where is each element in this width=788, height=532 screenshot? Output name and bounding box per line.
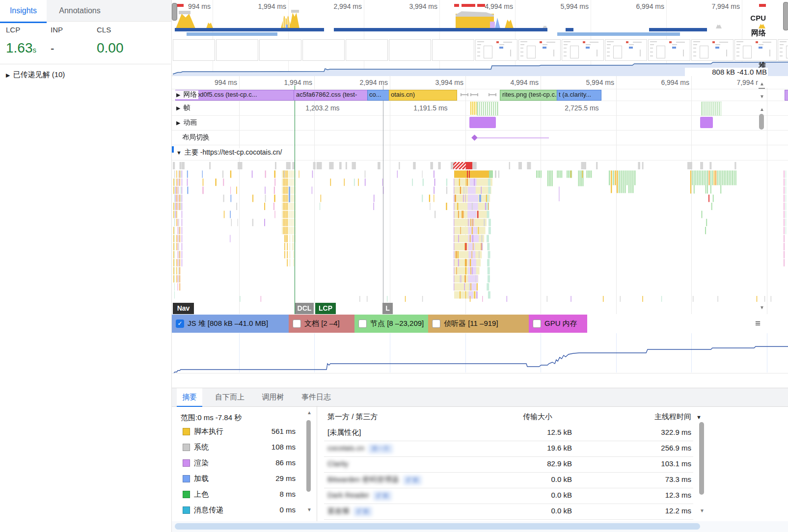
entity-badge: 第一方 [368, 444, 393, 453]
cpu-activity-canvas [172, 4, 788, 28]
hscroll-thumb[interactable] [175, 523, 700, 530]
timeline-marker-dcl[interactable]: DCL [295, 303, 314, 314]
expand-icon: ▶ [6, 72, 10, 78]
table-row[interactable]: Clarity82.9 kB103.1 ms [324, 456, 693, 473]
network-request-bar[interactable]: ac5fa67862.css (test- [294, 90, 370, 101]
filmstrip-thumbnail[interactable] [173, 39, 215, 61]
tab-annotations[interactable]: Annotations [47, 0, 113, 22]
category-value: 0 ms [251, 505, 296, 514]
bottom-tab-bottom-up[interactable]: 自下而上 [211, 388, 248, 406]
main-thread-time-value: 73.3 ms [632, 475, 691, 483]
table-row[interactable]: [未属性化]12.5 kB322.9 ms [324, 425, 693, 441]
table-vscroll-thumb[interactable] [699, 422, 704, 495]
filmstrip-thumbnail[interactable] [389, 39, 431, 61]
network-request-bar[interactable]: co... [367, 90, 391, 101]
track-label-frames[interactable]: ▶帧 [175, 104, 191, 112]
counter-label: 文档 [2 –4] [304, 319, 340, 328]
delivered-insights-toggle[interactable]: ▶已传递见解 (10) [6, 70, 65, 80]
animation-block[interactable] [469, 117, 496, 128]
table-row[interactable]: cocotais.cn第一方19.6 kB256.9 ms [324, 441, 693, 457]
filmstrip-thumbnail[interactable] [432, 39, 474, 61]
table-row[interactable]: 篡改猴扩展0.0 kB12.2 ms [324, 504, 693, 520]
table-row[interactable]: Bitwarden 密码管理器扩展0.0 kB73.3 ms [324, 472, 693, 488]
minimap-right-handle[interactable] [783, 2, 788, 30]
checkbox-icon[interactable] [293, 319, 301, 328]
summary-scroll-down-icon[interactable]: ▼ [307, 507, 312, 512]
summary-scroll-up-icon[interactable]: ▲ [307, 410, 312, 415]
category-label: 加载 [194, 474, 209, 483]
network-request-bar[interactable] [785, 90, 788, 101]
filmstrip-thumbnail[interactable] [475, 39, 517, 61]
counter-toggle-3[interactable]: 侦听器 [11 –919] [428, 315, 529, 333]
expand-icon: ▶ [176, 92, 180, 98]
track-label-animations[interactable]: ▶动画 [175, 118, 198, 127]
overview-network-bar-light [187, 32, 277, 36]
filmstrip-thumbnail[interactable] [605, 39, 647, 61]
bottom-tab-summary[interactable]: 摘要 [177, 388, 202, 407]
entity-name-text: [未属性化] [327, 428, 361, 436]
expand-icon: ▶ [176, 105, 180, 111]
main-thread-time-value: 12.2 ms [632, 506, 691, 515]
track-label-layout-shifts[interactable]: 布局切换 [181, 133, 211, 142]
network-request-bar[interactable]: otais.cn) [389, 90, 457, 101]
scroll-up-icon[interactable]: ▲ [760, 107, 764, 112]
counter-toggle-4[interactable]: GPU 内存 [529, 315, 587, 333]
bottom-panel-divider [317, 406, 317, 521]
counter-label: JS 堆 [808 kB –41.0 MB] [188, 319, 268, 328]
main-track-name: 主要 -https://test-cp.cocotais.cn/ [185, 148, 282, 156]
filmstrip-thumbnail[interactable] [216, 39, 258, 61]
timeline-marker-nav[interactable]: Nav [173, 303, 194, 314]
counter-label: 侦听器 [11 –919] [444, 319, 498, 328]
filmstrip-thumbnail[interactable] [302, 39, 345, 61]
animation-block[interactable] [700, 117, 713, 128]
entity-name-text: Bitwarden 密码管理器 [327, 475, 399, 483]
counters-menu-icon[interactable]: ≡ [755, 318, 761, 329]
sort-desc-icon[interactable]: ▼ [696, 415, 702, 420]
table-scroll-down-icon[interactable]: ▼ [700, 508, 705, 513]
frame-duration-label: 1,191.5 ms [396, 104, 465, 112]
scroll-down-icon[interactable]: ▼ [760, 94, 764, 99]
filmstrip-thumbnail[interactable] [259, 39, 301, 61]
bottom-tab-event-log[interactable]: 事件日志 [298, 388, 335, 406]
metric-label-lcp: LCP [6, 26, 20, 34]
network-request-bar[interactable]: t (a.clarity... [557, 90, 601, 101]
counter-toggle-2[interactable]: 节点 [8 –23,209] [354, 315, 428, 333]
scroll-bottom-icon[interactable]: ▼ [760, 305, 764, 310]
bottom-tab-bar: 摘要自下而上调用树事件日志 [172, 388, 788, 407]
network-lane-label: 网络 [722, 28, 766, 38]
checkbox-icon[interactable] [358, 319, 367, 328]
summary-vscroll-thumb[interactable] [306, 420, 311, 492]
track-separator [172, 101, 788, 101]
filmstrip-thumbnail[interactable] [518, 39, 561, 61]
timeline-marker-lcp[interactable]: LCP [315, 303, 336, 314]
overview-network-bar [334, 28, 547, 31]
network-track-name: 网络 [183, 90, 197, 98]
filmstrip-thumbnail[interactable] [734, 39, 777, 61]
scroll-top-icon[interactable]: ▲ [760, 81, 764, 86]
table-row[interactable]: Dark Reader扩展0.0 kB12.3 ms [324, 488, 693, 504]
checkbox-icon[interactable]: ✓ [176, 319, 184, 328]
entity-name-text: 篡改猴 [327, 506, 350, 515]
layout-shift-diamond[interactable] [471, 134, 478, 141]
track-label-main[interactable]: ▼主要 -https://test-cp.cocotais.cn/ [175, 148, 283, 157]
filmstrip-thumbnail[interactable] [778, 39, 788, 61]
minimap-left-handle[interactable] [172, 3, 177, 21]
bottom-tab-call-tree[interactable]: 调用树 [258, 388, 288, 406]
track-label-network[interactable]: ▶网络 [175, 90, 198, 99]
checkbox-icon[interactable] [432, 319, 440, 328]
counter-toggle-1[interactable]: 文档 [2 –4] [289, 315, 354, 333]
layout-shift-line [477, 137, 549, 138]
memchart-bottom-border [172, 373, 788, 373]
tab-insights[interactable]: Insights [0, 0, 47, 23]
filmstrip-thumbnail[interactable] [648, 39, 690, 61]
entity-name: 篡改猴扩展 [327, 506, 372, 516]
flame-vscroll-thumb[interactable] [759, 114, 764, 130]
filmstrip-thumbnail[interactable] [346, 39, 388, 61]
filmstrip-thumbnail[interactable] [562, 39, 604, 61]
timeline-marker-l[interactable]: L [382, 303, 393, 314]
entity-name-text: Clarity [327, 459, 349, 468]
filmstrip-thumbnail[interactable] [691, 39, 734, 61]
checkbox-icon[interactable] [533, 319, 541, 328]
counter-toggle-0[interactable]: ✓JS 堆 [808 kB –41.0 MB] [172, 315, 289, 333]
network-request-bar[interactable]: rites.png (test-cp.c... [500, 90, 560, 101]
